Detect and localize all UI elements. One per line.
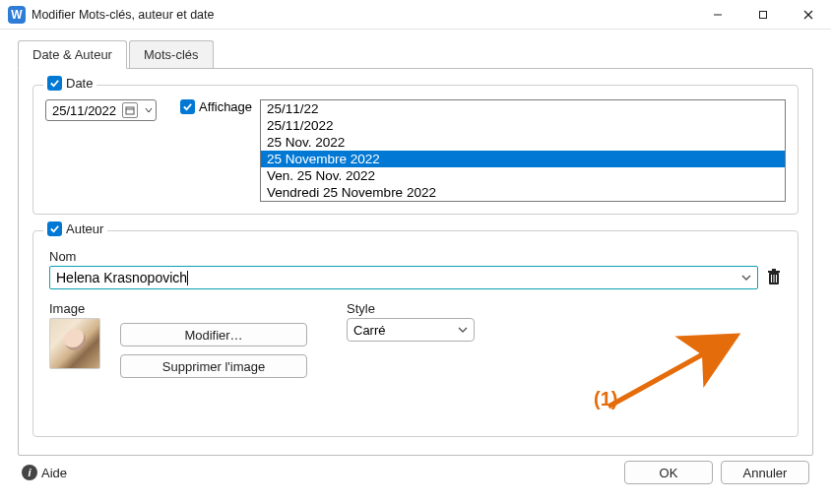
svg-line-12 bbox=[608, 336, 736, 407]
svg-rect-11 bbox=[776, 275, 777, 283]
date-input[interactable]: 25/11/2022 bbox=[45, 99, 157, 121]
list-item[interactable]: Ven. 25 Nov. 2022 bbox=[261, 167, 785, 184]
chevron-down-icon[interactable] bbox=[144, 105, 154, 115]
cancel-button[interactable]: Annuler bbox=[721, 461, 809, 484]
minimize-button[interactable] bbox=[695, 0, 740, 29]
date-value: 25/11/2022 bbox=[52, 103, 116, 118]
help-button[interactable]: i Aide bbox=[22, 465, 67, 480]
list-item[interactable]: 25 Nov. 2022 bbox=[261, 134, 785, 151]
chevron-down-icon bbox=[458, 325, 468, 335]
info-icon: i bbox=[22, 465, 37, 480]
annotation-label: (1) bbox=[594, 388, 617, 410]
text-caret bbox=[187, 271, 188, 285]
titlebar: W Modifier Mots-clés, auteur et date bbox=[0, 0, 831, 30]
nom-label: Nom bbox=[49, 249, 782, 264]
calendar-icon[interactable] bbox=[122, 102, 138, 118]
list-item[interactable]: 25/11/2022 bbox=[261, 117, 785, 134]
auteur-legend-label: Auteur bbox=[66, 221, 103, 236]
list-item[interactable]: Vendredi 25 Novembre 2022 bbox=[261, 184, 785, 201]
tab-mots-cles[interactable]: Mots-clés bbox=[129, 40, 214, 69]
affichage-label: Affichage bbox=[199, 99, 252, 114]
supprimer-image-button[interactable]: Supprimer l'image bbox=[120, 354, 307, 378]
svg-rect-7 bbox=[768, 271, 780, 273]
style-value: Carré bbox=[353, 323, 386, 338]
window-controls bbox=[695, 0, 831, 29]
tab-strip: Date & Auteur Mots-clés bbox=[18, 39, 813, 68]
modifier-button[interactable]: Modifier… bbox=[120, 323, 307, 346]
date-legend[interactable]: Date bbox=[43, 76, 96, 91]
auteur-legend[interactable]: Auteur bbox=[43, 221, 107, 236]
list-item[interactable]: 25/11/22 bbox=[261, 100, 785, 117]
svg-rect-10 bbox=[774, 275, 775, 283]
window-title: Modifier Mots-clés, auteur et date bbox=[32, 8, 215, 22]
dialog-content: Date & Auteur Mots-clés Date 25/11/2022 bbox=[18, 39, 813, 492]
app-icon: W bbox=[8, 6, 26, 24]
svg-rect-1 bbox=[760, 11, 767, 18]
affichage-checkbox[interactable] bbox=[180, 99, 195, 114]
avatar[interactable] bbox=[49, 318, 100, 369]
date-group: Date 25/11/2022 Affichage bbox=[32, 85, 799, 215]
tab-date-auteur[interactable]: Date & Auteur bbox=[18, 40, 127, 69]
style-select[interactable]: Carré bbox=[347, 318, 475, 342]
list-item[interactable]: 25 Novembre 2022 bbox=[261, 151, 785, 167]
nom-combobox[interactable]: Helena Krasnopovich bbox=[49, 266, 758, 289]
nom-value: Helena Krasnopovich bbox=[56, 270, 187, 285]
style-label: Style bbox=[347, 301, 475, 316]
image-label: Image bbox=[49, 301, 100, 316]
svg-rect-4 bbox=[126, 107, 134, 114]
button-bar: i Aide OK Annuler bbox=[18, 453, 813, 492]
chevron-down-icon[interactable] bbox=[741, 273, 751, 283]
trash-icon[interactable] bbox=[766, 269, 782, 286]
auteur-checkbox[interactable] bbox=[47, 221, 62, 236]
svg-rect-9 bbox=[771, 275, 772, 283]
close-button[interactable] bbox=[786, 0, 831, 29]
date-legend-label: Date bbox=[66, 76, 93, 91]
date-format-list[interactable]: 25/11/22 25/11/2022 25 Nov. 2022 25 Nove… bbox=[260, 99, 786, 202]
help-label: Aide bbox=[41, 466, 67, 480]
maximize-button[interactable] bbox=[740, 0, 786, 29]
affichage-checkbox-row[interactable]: Affichage bbox=[180, 99, 252, 114]
ok-button[interactable]: OK bbox=[624, 461, 713, 484]
date-checkbox[interactable] bbox=[47, 76, 62, 91]
svg-rect-8 bbox=[772, 269, 776, 271]
